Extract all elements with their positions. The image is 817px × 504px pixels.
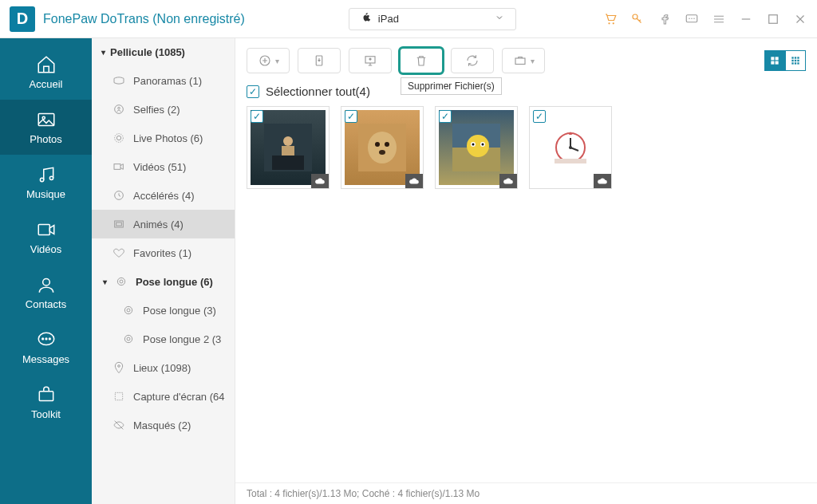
nav-music[interactable]: Musique <box>0 155 92 210</box>
facebook-icon[interactable] <box>657 12 672 26</box>
cloud-icon <box>499 174 517 188</box>
cloud-icon <box>311 174 329 188</box>
svg-point-16 <box>45 338 47 340</box>
svg-rect-50 <box>795 62 796 64</box>
delete-tooltip: Supprimer Fichier(s) <box>401 77 502 95</box>
nav-contacts-label: Contacts <box>26 298 66 310</box>
feedback-icon[interactable] <box>685 12 699 26</box>
titlebar: D FonePaw DoTrans (Non enregistré) iPad <box>0 0 817 38</box>
svg-point-33 <box>118 365 120 368</box>
album-header[interactable]: ▾ Pellicule (1085) <box>92 38 235 66</box>
svg-rect-18 <box>39 392 53 401</box>
svg-rect-41 <box>771 61 774 65</box>
album-longexposure-1[interactable]: Pose longue (3) <box>92 296 235 325</box>
album-longexposure-2[interactable]: Pose longue 2 (3 <box>92 325 235 353</box>
nav-photos[interactable]: Photos <box>0 100 92 155</box>
maximize-icon[interactable] <box>766 12 780 26</box>
export-to-pc-button[interactable] <box>349 48 392 73</box>
nav-videos[interactable]: Vidéos <box>0 210 92 265</box>
select-all-row[interactable]: ✓ Sélectionner tout(4) <box>235 80 817 106</box>
svg-point-31 <box>124 335 132 342</box>
nav-contacts[interactable]: Contacts <box>0 265 92 320</box>
chevron-down-icon: ▾ <box>531 57 535 65</box>
svg-rect-42 <box>776 61 779 65</box>
select-all-label: Sélectionner tout(4) <box>266 85 370 98</box>
add-button[interactable]: ▾ <box>247 48 290 73</box>
svg-rect-51 <box>797 62 799 64</box>
main-area: Accueil Photos Musique Vidéos Contacts M… <box>0 38 817 504</box>
cart-icon[interactable] <box>603 12 618 26</box>
svg-rect-39 <box>771 57 774 60</box>
album-panoramas[interactable]: Panoramas (1) <box>92 66 235 95</box>
thumb-checkbox[interactable]: ✓ <box>345 110 357 123</box>
svg-point-27 <box>117 278 124 285</box>
device-selector[interactable]: iPad <box>349 8 516 30</box>
svg-point-58 <box>375 142 380 147</box>
album-longexposure-head[interactable]: ▾Pose longue (6) <box>92 267 235 296</box>
nav-photos-label: Photos <box>30 133 61 145</box>
select-all-checkbox[interactable]: ✓ <box>247 85 259 98</box>
photo-thumb[interactable]: ✓ <box>435 106 518 189</box>
album-hidden[interactable]: Masqués (2) <box>92 411 235 439</box>
svg-point-28 <box>120 280 123 283</box>
thumb-checkbox[interactable]: ✓ <box>439 110 452 123</box>
svg-rect-49 <box>791 62 793 64</box>
svg-point-9 <box>42 116 45 119</box>
album-animated[interactable]: Animés (4) <box>92 210 235 238</box>
album-videos[interactable]: Vidéos (51) <box>92 152 235 181</box>
svg-point-6 <box>693 18 695 19</box>
cloud-icon <box>594 174 611 188</box>
svg-point-10 <box>40 178 43 181</box>
album-favorites[interactable]: Favorites (1) <box>92 238 235 267</box>
svg-point-15 <box>41 338 43 340</box>
triangle-down-icon: ▾ <box>101 48 105 57</box>
photo-thumb[interactable]: ✓ <box>247 106 330 189</box>
svg-point-20 <box>118 107 120 109</box>
nav-home-label: Accueil <box>30 78 63 90</box>
nav-messages[interactable]: Messages <box>0 320 92 375</box>
nav-home[interactable]: Accueil <box>0 45 92 100</box>
view-grid-small[interactable] <box>785 50 806 71</box>
svg-rect-34 <box>115 392 122 400</box>
album-selfies[interactable]: Selfies (2) <box>92 95 235 124</box>
nav-messages-label: Messages <box>22 353 69 365</box>
svg-point-32 <box>127 337 130 341</box>
close-icon[interactable] <box>793 12 807 26</box>
export-to-device-button[interactable] <box>298 48 341 73</box>
thumb-checkbox[interactable]: ✓ <box>251 110 263 123</box>
thumb-checkbox[interactable]: ✓ <box>533 110 546 123</box>
svg-point-53 <box>283 136 293 146</box>
album-timelapse[interactable]: Accélérés (4) <box>92 181 235 210</box>
minimize-icon[interactable] <box>739 12 753 26</box>
svg-point-66 <box>472 144 475 146</box>
album-screenshots[interactable]: Capture d'écran (64 <box>92 382 235 411</box>
album-livephotos[interactable]: Live Photos (6) <box>92 124 235 152</box>
nav-toolkit[interactable]: Toolkit <box>0 375 92 430</box>
view-grid-large[interactable] <box>764 50 785 71</box>
svg-point-63 <box>467 135 489 157</box>
svg-point-13 <box>42 278 49 285</box>
svg-rect-40 <box>776 57 779 60</box>
svg-point-29 <box>124 306 132 313</box>
svg-point-60 <box>379 150 385 155</box>
svg-rect-43 <box>791 57 793 58</box>
toolbox-button[interactable]: ▾ <box>502 48 545 73</box>
svg-point-0 <box>608 22 610 24</box>
svg-rect-46 <box>791 60 793 61</box>
refresh-button[interactable] <box>451 48 494 73</box>
app-logo: D <box>10 6 35 32</box>
photo-thumb[interactable]: ✓ <box>341 106 424 189</box>
delete-button[interactable]: Supprimer Fichier(s) <box>400 48 443 73</box>
album-places[interactable]: Lieux (1098) <box>92 353 235 382</box>
chevron-down-icon <box>495 13 504 25</box>
photo-thumb[interactable]: ✓ <box>529 106 612 189</box>
nav-music-label: Musique <box>26 188 65 200</box>
svg-rect-47 <box>795 60 796 61</box>
svg-rect-45 <box>797 57 799 58</box>
photo-grid: ✓ ✓ ✓ ✓ <box>235 106 817 189</box>
svg-point-11 <box>49 176 53 179</box>
key-icon[interactable] <box>630 12 645 26</box>
nav-toolkit-label: Toolkit <box>31 408 61 420</box>
menu-icon[interactable] <box>712 12 726 26</box>
nav-videos-label: Vidéos <box>30 243 62 255</box>
